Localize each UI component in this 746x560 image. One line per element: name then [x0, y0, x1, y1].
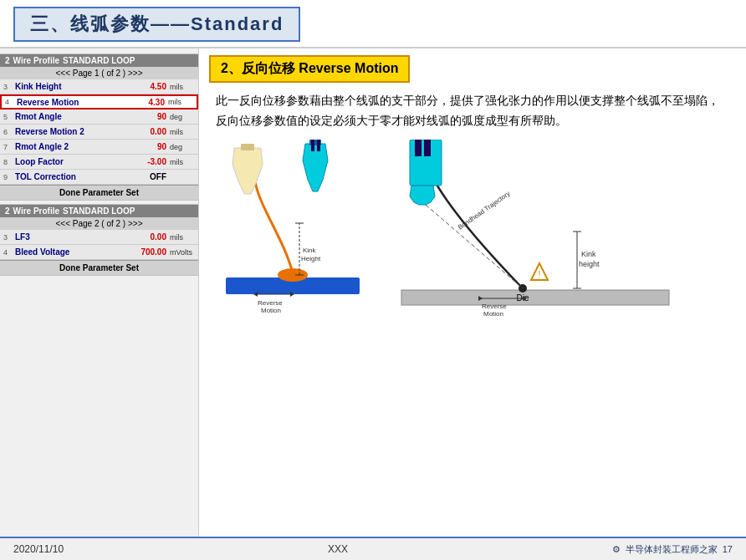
param-row-loop-factor[interactable]: 8 Loop Factor -3.00 mils	[0, 155, 198, 170]
row-num-5: 5	[3, 113, 15, 121]
param-section-2: 2 Wire Profile STANDARD LOOP <<< Page 2 …	[0, 204, 198, 276]
footer-page-num: 17	[723, 544, 733, 554]
row-unit-rmot-angle: deg	[170, 113, 195, 121]
row-num-bleed: 4	[3, 248, 15, 257]
svg-text:Motion: Motion	[483, 310, 503, 318]
svg-text:height: height	[579, 260, 600, 268]
row-unit-reverse2: mils	[170, 128, 195, 136]
svg-text:Kink: Kink	[581, 250, 596, 258]
section1-page-nav: <<< Page 1 ( of 2 ) >>>	[0, 67, 198, 79]
svg-text:Kink: Kink	[303, 247, 317, 254]
svg-rect-4	[311, 140, 314, 151]
row-num-8: 8	[3, 158, 15, 166]
row-unit-bleed: mVolts	[170, 248, 195, 257]
description-text: 此一反向位移参数藉由整个线弧的支干部分，提供了强化张力的作用以便支撑整个线弧不至…	[209, 91, 736, 131]
row-val-reverse: 4.30	[131, 98, 165, 107]
row-name-bleed: Bleed Voltage	[15, 247, 133, 257]
row-name-rmot-angle2: Rmot Angle 2	[15, 142, 133, 151]
page-footer: 2020/11/10 XXX ⚙ 半导体封装工程师之家 17	[0, 537, 746, 560]
svg-text:Bondhead Trajectory: Bondhead Trajectory	[457, 190, 512, 232]
row-val-loop-factor: -3.00	[133, 157, 166, 166]
done-btn-2[interactable]: Done Parameter Set	[0, 260, 198, 275]
footer-doc-id: XXX	[328, 543, 348, 555]
svg-rect-20	[415, 140, 422, 156]
svg-text:Height: Height	[301, 255, 321, 262]
diagrams-row: Kink Height Reverse Motion Die	[209, 140, 736, 307]
section2-type: STANDARD LOOP	[63, 206, 135, 216]
section-subtitle: 2、反向位移 Reverse Motion	[209, 55, 410, 83]
page-header: 三、线弧参数——Standard	[0, 0, 746, 48]
svg-rect-21	[424, 140, 431, 156]
svg-text:Reverse: Reverse	[482, 303, 507, 310]
section2-page-nav: <<< Page 2 ( of 2 ) >>>	[0, 217, 198, 230]
param-row-tol[interactable]: 9 TOL Correction OFF	[0, 170, 198, 185]
row-val-rmot-angle: 90	[133, 112, 166, 121]
svg-text:!: !	[539, 270, 541, 279]
row-unit-loop-factor: mils	[170, 158, 195, 166]
row-name-rmot-angle: Rmot Angle	[15, 112, 133, 121]
main-content: 2 Wire Profile STANDARD LOOP <<< Page 1 …	[0, 48, 746, 537]
param-row-rmot-angle2[interactable]: 7 Rmot Angle 2 90 deg	[0, 140, 198, 155]
param-row-bleed-voltage[interactable]: 4 Bleed Voltage 700.00 mVolts	[0, 245, 198, 260]
row-val-lf3: 0.00	[133, 232, 166, 242]
section2-label: Wire Profile	[13, 206, 59, 216]
row-num-9: 9	[3, 173, 15, 181]
row-name-kink: Kink Height	[15, 82, 133, 91]
row-num-lf3: 3	[3, 233, 15, 242]
svg-text:Motion: Motion	[261, 307, 281, 314]
section1-label: Wire Profile	[13, 56, 59, 65]
row-unit-rmot-angle2: deg	[170, 143, 195, 151]
diagram-right: Die Bondhead Trajectory	[393, 140, 736, 307]
svg-rect-2	[241, 144, 254, 150]
section1-type: STANDARD LOOP	[63, 56, 135, 65]
row-val-bleed: 700.00	[133, 247, 166, 257]
row-val-tol: OFF	[133, 172, 166, 181]
right-panel: 2、反向位移 Reverse Motion 此一反向位移参数藉由整个线弧的支干部…	[199, 48, 746, 537]
row-unit-reverse: mils	[168, 98, 193, 106]
row-val-rmot-angle2: 90	[133, 142, 166, 151]
row-val-reverse2: 0.00	[133, 127, 166, 136]
footer-logo-icon: ⚙	[612, 544, 621, 555]
section2-num: 2	[5, 206, 10, 216]
row-unit-lf3: mils	[170, 233, 195, 242]
footer-date: 2020/11/10	[13, 543, 64, 555]
row-name-tol: TOL Correction	[15, 172, 133, 181]
svg-text:Reverse: Reverse	[258, 299, 283, 307]
svg-rect-5	[317, 140, 320, 151]
param-row-rmot-angle[interactable]: 5 Rmot Angle 90 deg	[0, 109, 198, 125]
param-row-reverse-motion2[interactable]: 6 Reverse Motion 2 0.00 mils	[0, 125, 198, 140]
svg-rect-16	[401, 290, 669, 305]
param-row-lf3[interactable]: 3 LF3 0.00 mils	[0, 230, 198, 245]
row-unit-kink: mils	[170, 83, 195, 91]
section1-header: 2 Wire Profile STANDARD LOOP	[0, 54, 198, 67]
section2-header: 2 Wire Profile STANDARD LOOP	[0, 205, 198, 217]
footer-logo-text: 半导体封装工程师之家	[626, 543, 718, 556]
left-panel: 2 Wire Profile STANDARD LOOP <<< Page 1 …	[0, 48, 199, 537]
row-num-3: 3	[3, 83, 15, 91]
row-name-reverse: Reverse Motion	[17, 98, 131, 107]
row-name-reverse2: Reverse Motion 2	[15, 127, 133, 136]
row-num-4: 4	[5, 98, 17, 106]
page-title: 三、线弧参数——Standard	[13, 7, 300, 42]
param-row-reverse-motion[interactable]: 4 Reverse Motion 4.30 mils	[0, 94, 198, 109]
row-name-lf3: LF3	[15, 232, 133, 242]
done-btn-1[interactable]: Done Parameter Set	[0, 185, 198, 200]
row-num-6: 6	[3, 128, 15, 136]
param-row-kink-height[interactable]: 3 Kink Height 4.50 mils	[0, 79, 198, 94]
diagram-left: Kink Height Reverse Motion	[209, 140, 376, 307]
section1-num: 2	[5, 56, 10, 65]
row-name-loop-factor: Loop Factor	[15, 157, 133, 166]
row-num-7: 7	[3, 143, 15, 151]
row-val-kink: 4.50	[133, 82, 166, 91]
footer-logo: ⚙ 半导体封装工程师之家 17	[612, 543, 733, 556]
param-section-1: 2 Wire Profile STANDARD LOOP <<< Page 1 …	[0, 53, 198, 201]
